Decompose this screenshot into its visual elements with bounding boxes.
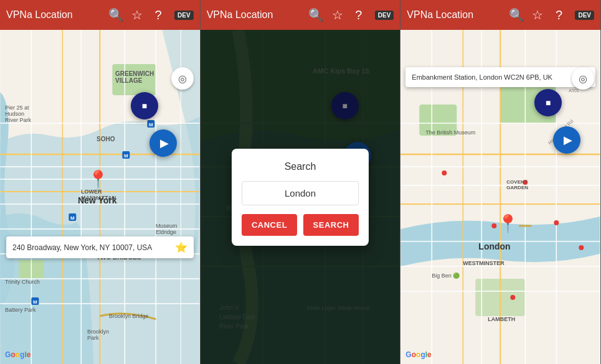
dev-badge-1: DEV xyxy=(174,11,194,20)
stop-button-1[interactable]: ■ xyxy=(131,92,158,119)
address-bar-1: 240 Broadway, New York, NY 10007, USA ⭐ xyxy=(6,236,194,258)
neighborhood-greenwich: GREENWICHVILLAGE xyxy=(115,70,154,84)
star-icon-3[interactable]: ☆ xyxy=(530,7,545,22)
svg-point-63 xyxy=(442,170,447,175)
label-brooklyn-park: BrooklynPark xyxy=(87,329,109,341)
app-title-2: VPNa Location xyxy=(207,9,309,21)
map-new-york: M M M M ◎ GREENWICHVILLAGE SOHO LOWERMAN… xyxy=(0,30,200,364)
search-icon-3[interactable]: 🔍 xyxy=(509,7,524,22)
app-bar-icons-2: 🔍 ☆ ? DEV xyxy=(309,7,394,22)
svg-point-67 xyxy=(579,245,584,250)
label-covent-garden: COVENTGARDEN xyxy=(506,179,528,190)
app-bar-3: VPNa Location 🔍 ☆ ? DEV xyxy=(400,0,600,30)
label-trinity: Trinity Church xyxy=(5,279,40,285)
label-westminster: WESTMINSTER xyxy=(463,260,504,266)
label-big-ben: Big Ben 🟢 xyxy=(432,273,460,279)
stop-icon-1: ■ xyxy=(142,101,147,111)
app-title-3: VPNa Location xyxy=(407,9,509,21)
neighborhood-soho: SOHO xyxy=(97,136,115,142)
help-icon-2[interactable]: ? xyxy=(351,7,366,22)
play-button-1[interactable]: ▶ xyxy=(149,129,177,157)
svg-text:M: M xyxy=(33,299,37,305)
city-label-ny: New York xyxy=(78,195,117,205)
dev-badge-3: DEV xyxy=(575,11,594,20)
location-pin-3: 📍 xyxy=(497,213,519,234)
svg-text:M: M xyxy=(70,215,75,221)
star-icon-1[interactable]: ☆ xyxy=(130,7,144,22)
svg-point-66 xyxy=(511,295,516,300)
panel-london: VPNa Location 🔍 ☆ ? DEV xyxy=(400,0,601,364)
city-label-london: London xyxy=(478,241,510,251)
svg-text:M: M xyxy=(149,122,153,128)
search-icon-1[interactable]: 🔍 xyxy=(108,7,123,22)
svg-text:M: M xyxy=(124,153,128,159)
label-battery: Battery Park xyxy=(5,307,36,313)
dev-badge-2: DEV xyxy=(375,11,394,20)
stop-icon-3: ■ xyxy=(546,98,551,108)
panel-new-york: VPNa Location 🔍 ☆ ? DEV xyxy=(0,0,201,364)
address-star-1[interactable]: ⭐ xyxy=(175,241,187,253)
location-pin-1: 📍 xyxy=(87,169,109,190)
london-address-bar: Embankment Station, London WC2N 6PB, UK … xyxy=(405,67,595,87)
play-icon-3: ▶ xyxy=(564,133,572,147)
address-text-1: 240 Broadway, New York, NY 10007, USA xyxy=(12,243,171,252)
search-input[interactable] xyxy=(242,181,359,205)
label-pier25: Pier 25 atHudsonRiver Park xyxy=(5,105,31,123)
label-brooklyn-bridge: Brooklyn Bridge xyxy=(109,313,149,319)
play-icon-1: ▶ xyxy=(160,136,169,150)
svg-text:A501: A501 xyxy=(569,88,579,93)
app-bar-1: VPNa Location 🔍 ☆ ? DEV xyxy=(0,0,200,30)
target-button-1[interactable]: ◎ xyxy=(171,67,194,90)
google-logo-3: Google xyxy=(405,350,431,359)
panel-search: VPNa Location 🔍 ☆ ? DEV AMC Kips Bay 15 … xyxy=(201,0,401,364)
map-search-area: AMC Kips Bay 15 WNYC John V. Lindsay Eas… xyxy=(201,30,400,364)
app-bar-icons-1: 🔍 ☆ ? DEV xyxy=(108,7,194,22)
app-bar-2: VPNa Location 🔍 ☆ ? DEV xyxy=(201,0,400,30)
dialog-buttons: CANCEL SEARCH xyxy=(242,214,359,236)
label-museum: MuseumEldridge xyxy=(156,223,177,235)
dialog-overlay: Search CANCEL SEARCH xyxy=(201,30,400,364)
star-icon-2[interactable]: ☆ xyxy=(330,7,345,22)
map-london: Hampstead Rd A501 ◎ Embankment Station, … xyxy=(400,30,600,364)
help-icon-3[interactable]: ? xyxy=(551,7,566,22)
search-icon-2[interactable]: 🔍 xyxy=(309,7,324,22)
search-dialog: Search CANCEL SEARCH xyxy=(232,149,369,246)
help-icon-1[interactable]: ? xyxy=(151,7,166,22)
svg-point-64 xyxy=(492,223,497,228)
london-address-text: Embankment Station, London WC2N 6PB, UK xyxy=(412,73,579,81)
cancel-button[interactable]: CANCEL xyxy=(242,214,297,236)
search-button[interactable]: SEARCH xyxy=(303,214,359,236)
label-british-museum: The British Museum xyxy=(425,129,475,136)
label-lambeth: LAMBETH xyxy=(488,316,515,322)
app-bar-icons-3: 🔍 ☆ ? DEV xyxy=(509,7,594,22)
dialog-title: Search xyxy=(242,161,359,172)
app-title-1: VPNa Location xyxy=(6,9,108,21)
svg-point-65 xyxy=(554,220,559,225)
google-logo-1: Google xyxy=(5,350,31,359)
target-button-3[interactable]: ◎ xyxy=(572,67,594,90)
